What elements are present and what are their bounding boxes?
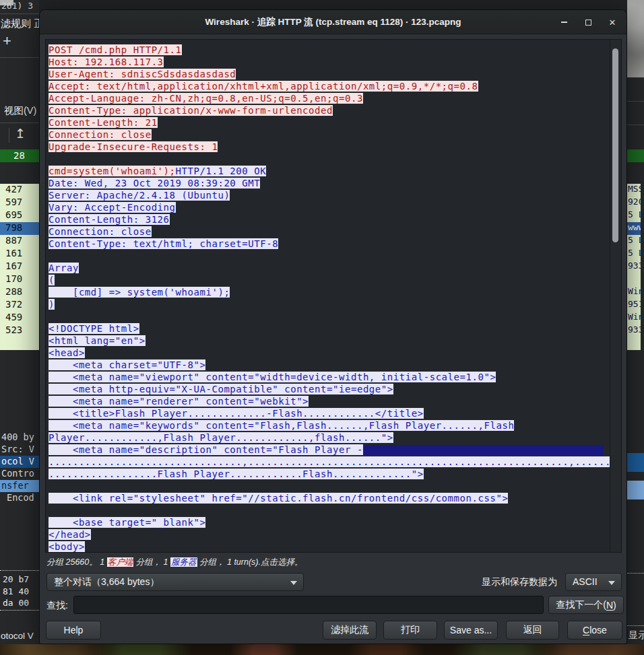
- packet-row[interactable]: [627, 273, 641, 286]
- maximize-button[interactable]: [583, 18, 593, 27]
- scrollbar-thumb[interactable]: [612, 48, 618, 242]
- server-data-text: Date: Wed, 23 Oct 2019 08:39:20 GMT: [49, 178, 260, 188]
- divider: [627, 125, 644, 125]
- stream-line: <title>Flash Player.............-Flash..…: [49, 407, 609, 419]
- detail-row[interactable]: Contro: [0, 468, 39, 480]
- print-button[interactable]: 打印: [383, 621, 437, 640]
- save-as-button[interactable]: Save as...: [444, 621, 498, 640]
- desktop-wallpaper-bottom: [0, 644, 644, 655]
- server-data-text: <head>: [49, 347, 85, 358]
- packet-row[interactable]: 161: [0, 248, 39, 261]
- close-button[interactable]: ✕: [608, 18, 617, 27]
- hex-separator: [0, 570, 39, 571]
- client-data-text: Accept-Language: zh-CN,zh;q=0.8,en-US;q=…: [49, 93, 363, 104]
- packet-row[interactable]: [627, 337, 641, 350]
- packet-row[interactable]: 372: [0, 299, 39, 312]
- stream-line: [49, 153, 609, 165]
- packet-row[interactable]: 887: [0, 235, 39, 248]
- add-filter-icon[interactable]: +: [3, 32, 11, 50]
- follow-stream-dialog: Wireshark · 追踪 HTTP 流 (tcp.stream eq 112…: [39, 9, 627, 644]
- packet-row[interactable]: 933: [627, 261, 641, 273]
- stream-line: POST /cmd.php HTTP/1.1: [49, 44, 609, 56]
- server-data-text: Content-Type: text/html; charset=UTF-8: [49, 238, 278, 249]
- stream-line: <link rel="stylesheet" href="//static.fl…: [49, 492, 609, 504]
- stream-line: [cmd] => system('whoami');: [49, 286, 609, 298]
- server-data-text: ..................Flash Player..........…: [49, 469, 424, 479]
- background-toolbar-text: 261) 3: [1, 1, 33, 11]
- detail-row[interactable]: Src: V: [0, 444, 39, 456]
- server-data-text: </head>: [49, 529, 91, 540]
- conversation-select[interactable]: 整个对话（3,664 bytes）: [46, 573, 304, 591]
- packet-list-right: MSS9205 Lwww5 L5 L933Win951Win933: [627, 184, 641, 350]
- packet-row[interactable]: 5 L: [627, 248, 641, 261]
- packet-row-green-right[interactable]: [627, 149, 644, 162]
- stream-line: <meta name="description" content="Flash …: [49, 444, 609, 456]
- help-button[interactable]: Help: [46, 621, 101, 640]
- stream-line: <html lang="en">: [49, 335, 609, 347]
- server-data-text: <link rel="stylesheet" href="//static.fl…: [49, 493, 508, 504]
- server-data-text: Vary: Accept-Encoding: [49, 202, 176, 213]
- find-next-button[interactable]: 查找下一个(N): [548, 596, 624, 614]
- chevron-down-icon: [290, 581, 297, 585]
- packet-row[interactable]: 523: [0, 324, 39, 337]
- format-select[interactable]: ASCII: [565, 573, 622, 591]
- packet-row[interactable]: 167: [0, 261, 39, 273]
- packet-row[interactable]: 459: [0, 312, 39, 324]
- packet-row[interactable]: 920: [627, 197, 641, 209]
- packet-row[interactable]: 933: [627, 324, 641, 337]
- go-to-top-icon[interactable]: ↥: [15, 126, 26, 141]
- server-data-text: <body>: [49, 541, 85, 552]
- packet-row[interactable]: MSS: [627, 184, 641, 197]
- server-packets-badge[interactable]: 服务器: [170, 557, 197, 567]
- filter-out-stream-button[interactable]: 滤掉此流: [323, 621, 377, 640]
- detail-row[interactable]: 400 by: [0, 432, 39, 444]
- detail-row[interactable]: Encod: [0, 492, 39, 504]
- packet-row[interactable]: 951: [627, 299, 641, 312]
- divider: [0, 123, 39, 123]
- packet-row[interactable]: Win: [627, 312, 641, 324]
- status-suffix: 分组， 1 turn(s).点击选择。: [197, 557, 303, 567]
- find-input[interactable]: [73, 596, 544, 614]
- stream-line: Content-Length: 21: [49, 116, 609, 129]
- stream-line: Content-Type: text/html; charset=UTF-8: [49, 238, 609, 250]
- dialog-titlebar[interactable]: Wireshark · 追踪 HTTP 流 (tcp.stream eq 112…: [40, 10, 626, 34]
- packet-row[interactable]: [0, 337, 39, 350]
- divider: [627, 101, 644, 102]
- close-icon: ✕: [609, 18, 616, 27]
- packet-row[interactable]: Win: [627, 286, 641, 299]
- server-data-text: <meta charset="UTF-8">: [49, 359, 205, 370]
- filter-rule-menu-text: 滤规则 正: [1, 18, 44, 30]
- find-label: 查找:: [46, 600, 68, 612]
- packet-row-green[interactable]: 28: [0, 149, 39, 162]
- stream-content-pane[interactable]: POST /cmd.php HTTP/1.1Host: 192.168.117.…: [45, 39, 622, 553]
- client-data-text: Content-Type: application/x-www-form-url…: [49, 105, 333, 116]
- packet-row[interactable]: 5 L: [627, 209, 641, 222]
- stream-line: cmd=system('whoami');HTTP/1.1 200 OK: [49, 165, 609, 177]
- statusbar-left-text: otocol V: [1, 631, 34, 641]
- detail-row[interactable]: ocol V: [0, 456, 39, 468]
- stream-line: Server: Apache/2.4.18 (Ubuntu): [49, 189, 609, 201]
- detail-row[interactable]: nsfer: [0, 480, 39, 492]
- packet-row[interactable]: 170: [0, 273, 39, 286]
- packet-row[interactable]: 597: [0, 197, 39, 209]
- packet-row[interactable]: www: [627, 222, 641, 235]
- stream-line: ..................Flash Player..........…: [49, 468, 609, 480]
- packet-row[interactable]: 695: [0, 209, 39, 222]
- packet-row[interactable]: 798: [0, 222, 39, 235]
- back-button[interactable]: 返回: [506, 621, 559, 640]
- close-accel: C: [583, 625, 589, 635]
- divider: [0, 13, 39, 14]
- view-menu[interactable]: 视图(V): [4, 104, 36, 117]
- detail-highlight-band: [627, 481, 644, 499]
- minimize-button[interactable]: [559, 18, 569, 27]
- vertical-scrollbar[interactable]: [610, 40, 621, 552]
- packet-row[interactable]: 5 L: [627, 235, 641, 248]
- stream-line: ): [49, 298, 609, 310]
- packet-row[interactable]: 427: [0, 184, 39, 197]
- stream-line: (: [49, 274, 609, 286]
- dialog-close-button[interactable]: Close: [567, 621, 622, 640]
- client-packets-badge[interactable]: 客户端: [107, 557, 134, 567]
- chevron-down-icon: [608, 581, 615, 585]
- packet-row[interactable]: 288: [0, 286, 39, 299]
- server-data-text: [cmd] => system('whoami');: [49, 287, 230, 298]
